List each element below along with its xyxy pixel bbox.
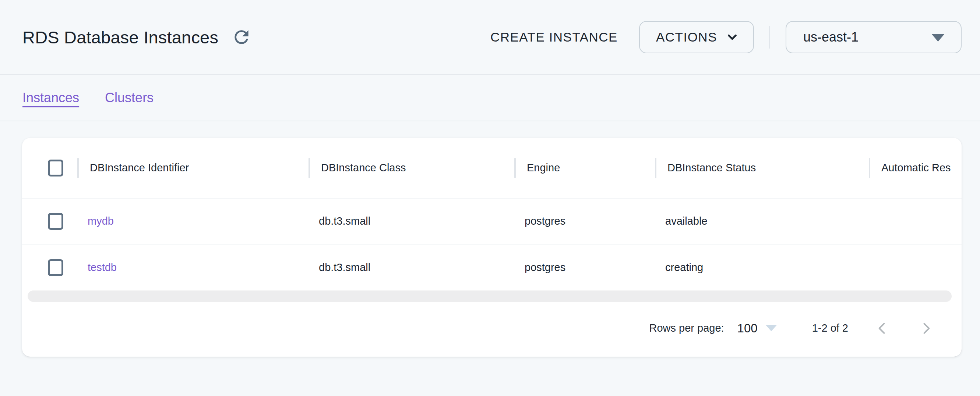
horizontal-scrollbar[interactable] bbox=[28, 290, 951, 302]
region-select-value: us-east-1 bbox=[803, 29, 859, 45]
page-range-label: 1-2 of 2 bbox=[812, 322, 848, 334]
chevron-left-icon bbox=[874, 320, 890, 336]
caret-down-icon bbox=[766, 325, 777, 331]
actions-button[interactable]: ACTIONS bbox=[639, 21, 754, 53]
page-title: RDS Database Instances bbox=[22, 27, 218, 48]
refresh-button[interactable] bbox=[230, 26, 253, 49]
column-header-dbinstance-status: DBInstance Status bbox=[655, 158, 869, 178]
tab-bar: Instances Clusters bbox=[0, 75, 980, 121]
chevron-down-icon bbox=[725, 30, 739, 44]
refresh-icon bbox=[231, 27, 252, 48]
row-checkbox-cell bbox=[22, 259, 77, 276]
create-instance-button[interactable]: CREATE INSTANCE bbox=[482, 23, 627, 51]
column-divider bbox=[514, 158, 516, 178]
next-page-button[interactable] bbox=[916, 318, 937, 339]
instance-link[interactable]: mydb bbox=[88, 215, 114, 227]
region-select[interactable]: us-east-1 bbox=[786, 21, 962, 53]
column-divider bbox=[309, 158, 310, 178]
column-header-dbinstance-class: DBInstance Class bbox=[309, 158, 514, 178]
cell-engine: postgres bbox=[514, 215, 655, 227]
column-header-engine: Engine bbox=[514, 158, 655, 178]
instances-table-card: DBInstance Identifier DBInstance Class E… bbox=[22, 138, 962, 356]
tab-clusters[interactable]: Clusters bbox=[105, 90, 154, 106]
column-header-dbinstance-identifier: DBInstance Identifier bbox=[77, 158, 309, 178]
row-checkbox-cell bbox=[22, 213, 77, 230]
cell-class: db.t3.small bbox=[309, 215, 514, 227]
table-row: testdb db.t3.small postgres creating bbox=[22, 244, 962, 290]
cell-engine: postgres bbox=[514, 261, 655, 274]
caret-down-icon bbox=[931, 34, 945, 41]
rows-per-page-value: 100 bbox=[737, 322, 758, 335]
cell-identifier: mydb bbox=[77, 215, 309, 227]
rows-per-page-select[interactable]: 100 bbox=[737, 322, 777, 335]
actions-button-label: ACTIONS bbox=[656, 30, 717, 44]
column-divider bbox=[77, 158, 79, 178]
select-all-checkbox[interactable] bbox=[48, 160, 63, 176]
rds-instances-page: RDS Database Instances CREATE INSTANCE A… bbox=[0, 0, 980, 396]
cell-class: db.t3.small bbox=[309, 261, 514, 274]
instance-link[interactable]: testdb bbox=[88, 261, 117, 273]
tab-instances[interactable]: Instances bbox=[22, 90, 79, 106]
cell-identifier: testdb bbox=[77, 261, 309, 274]
rows-per-page-label: Rows per page: bbox=[649, 322, 724, 334]
chevron-right-icon bbox=[918, 320, 934, 336]
column-divider bbox=[655, 158, 656, 178]
pagination-bar: Rows per page: 100 1-2 of 2 bbox=[22, 302, 962, 356]
column-divider bbox=[869, 158, 870, 178]
cell-status: available bbox=[655, 215, 869, 227]
prev-page-button[interactable] bbox=[872, 318, 892, 339]
row-checkbox[interactable] bbox=[48, 213, 63, 230]
table-header-row: DBInstance Identifier DBInstance Class E… bbox=[22, 138, 962, 198]
page-header: RDS Database Instances CREATE INSTANCE A… bbox=[0, 0, 980, 75]
header-checkbox-cell bbox=[22, 160, 77, 176]
header-divider bbox=[769, 26, 770, 49]
row-checkbox[interactable] bbox=[48, 259, 63, 276]
cell-status: creating bbox=[655, 261, 869, 274]
table-row: mydb db.t3.small postgres available bbox=[22, 198, 962, 244]
column-header-automatic-res: Automatic Res bbox=[869, 158, 962, 178]
